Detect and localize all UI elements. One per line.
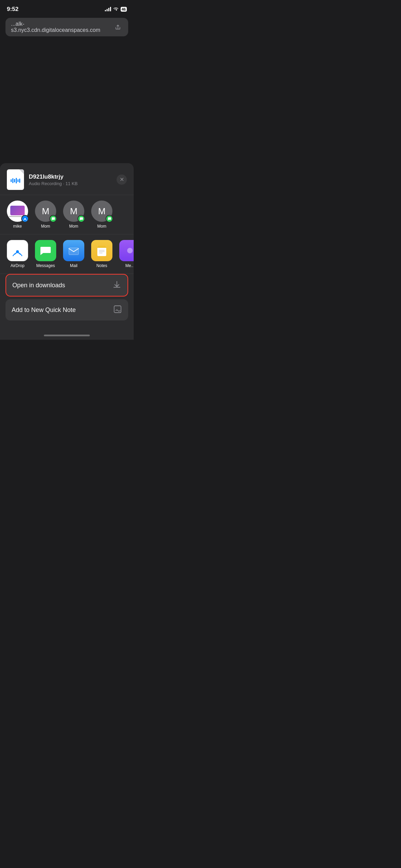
apps-row: AirDrop Messages Mail	[0, 234, 134, 274]
battery-icon: 46	[121, 7, 127, 12]
app-airdrop[interactable]: AirDrop	[7, 240, 28, 268]
avatar-mom-3: M	[91, 201, 112, 222]
file-name: D921lu8ktrjy	[29, 173, 117, 180]
share-sheet: D921lu8ktrjy Audio Recording · 11 KB ✕	[0, 163, 134, 340]
person-label-mom-2: Mom	[69, 224, 78, 229]
share-button[interactable]	[113, 22, 123, 32]
person-label-mom-3: Mom	[97, 224, 107, 229]
quick-note-icon	[113, 305, 122, 315]
messages-badge-3	[106, 215, 113, 222]
person-mom-2[interactable]: M Mom	[63, 201, 84, 229]
close-icon: ✕	[120, 177, 124, 182]
app-messages[interactable]: Messages	[35, 240, 56, 268]
avatar-mom-2: M	[63, 201, 84, 222]
person-label-mom-1: Mom	[41, 224, 50, 229]
airdrop-app-icon	[7, 240, 28, 261]
person-mom-3[interactable]: M Mom	[91, 201, 112, 229]
avatar-mike	[7, 201, 28, 222]
messages-badge-2	[77, 215, 85, 222]
status-bar: 9:52 46	[0, 0, 134, 15]
home-bar	[44, 335, 90, 336]
home-indicator	[0, 329, 134, 340]
close-button[interactable]: ✕	[117, 174, 127, 185]
people-row: mike M Mom M	[0, 195, 134, 234]
share-icon	[114, 24, 121, 31]
svg-rect-11	[114, 306, 121, 313]
quick-note-label: Add to New Quick Note	[12, 306, 76, 314]
quick-note-action[interactable]: Add to New Quick Note	[5, 299, 128, 321]
file-info: D921lu8ktrjy Audio Recording · 11 KB	[29, 173, 117, 186]
app-memo[interactable]: Me...	[119, 240, 134, 268]
app-label-mail: Mail	[70, 263, 77, 268]
open-downloads-label: Open in downloads	[12, 282, 65, 289]
open-downloads-action[interactable]: Open in downloads	[5, 274, 128, 297]
action-rows: Open in downloads Add to New Quick Note	[0, 274, 134, 329]
wifi-icon	[113, 6, 119, 12]
address-bar[interactable]: ...alk-s3.nyc3.cdn.digitaloceanspaces.co…	[5, 18, 128, 36]
messages-app-icon	[35, 240, 56, 261]
app-notes[interactable]: Notes	[91, 240, 112, 268]
memo-app-icon	[119, 240, 134, 261]
address-bar-container: ...alk-s3.nyc3.cdn.digitaloceanspaces.co…	[0, 15, 134, 40]
app-mail[interactable]: Mail	[63, 240, 84, 268]
mail-app-icon	[63, 240, 84, 261]
notes-app-icon	[91, 240, 112, 261]
file-meta: Audio Recording · 11 KB	[29, 181, 117, 186]
file-header: D921lu8ktrjy Audio Recording · 11 KB ✕	[0, 163, 134, 195]
waveform-icon	[11, 178, 20, 183]
content-area	[0, 40, 134, 163]
person-label-mike: mike	[13, 224, 22, 229]
svg-point-10	[127, 248, 133, 253]
svg-rect-6	[97, 247, 106, 248]
messages-badge-1	[49, 215, 57, 222]
download-icon	[112, 280, 121, 290]
signal-icon	[105, 7, 111, 11]
status-time: 9:52	[7, 6, 19, 13]
app-label-memo: Me...	[125, 263, 134, 268]
app-label-messages: Messages	[36, 263, 55, 268]
url-text: ...alk-s3.nyc3.cdn.digitaloceanspaces.co…	[11, 21, 113, 33]
person-mom-1[interactable]: M Mom	[35, 201, 56, 229]
person-mike[interactable]: mike	[7, 201, 28, 229]
app-label-notes: Notes	[96, 263, 107, 268]
status-icons: 46	[105, 6, 127, 12]
app-label-airdrop: AirDrop	[11, 263, 25, 268]
airdrop-badge	[21, 215, 29, 222]
file-icon	[7, 169, 24, 190]
avatar-mom-1: M	[35, 201, 56, 222]
